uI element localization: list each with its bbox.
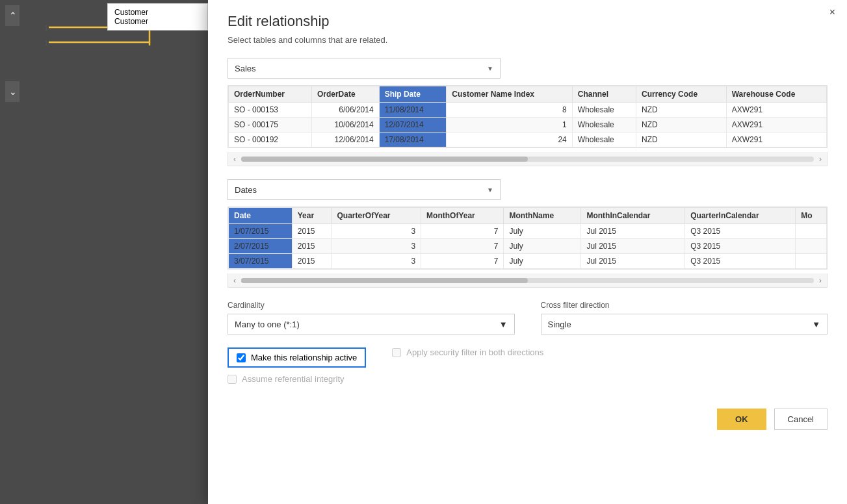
col-ship-date[interactable]: Ship Date <box>379 86 447 103</box>
modal-title: Edit relationship <box>228 13 827 30</box>
cell-warehouse: AXW291 <box>726 118 826 132</box>
cross-filter-dropdown[interactable]: Single ▼ <box>541 314 828 334</box>
make-active-checkbox[interactable] <box>237 353 246 362</box>
table-row: 3/07/2015 2015 3 7 July Jul 2015 Q3 2015 <box>229 254 827 269</box>
cell-year: 2015 <box>292 224 332 239</box>
cell-currency: NZD <box>636 118 727 132</box>
scroll-thumb <box>241 157 528 162</box>
col-quarter-of-year[interactable]: QuarterOfYear <box>332 208 421 224</box>
cell-mo <box>796 239 827 254</box>
make-active-checkbox-wrapper[interactable]: Make this relationship active <box>228 347 366 368</box>
table1-scrollbar[interactable]: ‹ › <box>228 152 827 166</box>
table2-dropdown-container: Dates ▼ <box>228 179 827 200</box>
cardinality-label: Cardinality <box>228 301 515 310</box>
scroll-track[interactable] <box>241 157 814 162</box>
scroll-right-arrow[interactable]: › <box>816 155 824 164</box>
cell-mo <box>796 224 827 239</box>
cell-month-name: July <box>504 239 581 254</box>
nav-up-button[interactable]: ⌃ <box>5 5 20 26</box>
table2-dropdown[interactable]: Dates ▼ <box>228 179 501 200</box>
security-filter-row: Apply security filter in both directions <box>392 347 543 357</box>
table2: Date Year QuarterOfYear MonthOfYear Mont… <box>228 207 827 269</box>
table1-dropdown-value: Sales <box>235 64 256 73</box>
bg-card-line2: Customer <box>114 17 201 26</box>
close-button[interactable]: × <box>829 6 835 18</box>
table1-dropdown[interactable]: Sales ▼ <box>228 58 501 79</box>
col-order-date[interactable]: OrderDate <box>311 86 379 103</box>
scroll-track-2[interactable] <box>241 278 814 283</box>
modal-footer: OK Cancel <box>228 409 827 430</box>
cancel-button[interactable]: Cancel <box>774 409 827 430</box>
cell-mo <box>796 254 827 269</box>
modal-subtitle: Select tables and columns that are relat… <box>228 35 827 45</box>
cardinality-group: Cardinality Many to one (*:1) ▼ <box>228 301 515 334</box>
cell-moy: 7 <box>421 254 504 269</box>
cell-month-name: July <box>504 224 581 239</box>
cell-qoy: 3 <box>332 239 421 254</box>
col-month-in-calendar[interactable]: MonthInCalendar <box>581 208 685 224</box>
scroll-right-arrow-2[interactable]: › <box>816 276 824 285</box>
scroll-left-arrow-2[interactable]: ‹ <box>231 276 239 285</box>
table1-dropdown-arrow: ▼ <box>487 65 493 72</box>
scroll-left-arrow[interactable]: ‹ <box>231 155 239 164</box>
cell-month-name: July <box>504 254 581 269</box>
cell-year: 2015 <box>292 254 332 269</box>
cell-cni: 8 <box>447 103 572 118</box>
col-customer-name-index[interactable]: Customer Name Index <box>447 86 572 103</box>
table2-scrollbar[interactable]: ‹ › <box>228 273 827 288</box>
cardinality-dropdown[interactable]: Many to one (*:1) ▼ <box>228 314 515 334</box>
cross-filter-group: Cross filter direction Single ▼ <box>541 301 828 334</box>
cell-moy: 7 <box>421 239 504 254</box>
table1-dropdown-container: Sales ▼ <box>228 58 827 79</box>
cell-warehouse: AXW291 <box>726 132 826 147</box>
cell-qoy: 3 <box>332 224 421 239</box>
cell-ship-date: 17/08/2014 <box>379 132 447 147</box>
ok-button[interactable]: OK <box>717 409 766 430</box>
cell-order-number: SO - 000175 <box>229 118 312 132</box>
cell-mic: Jul 2015 <box>581 224 685 239</box>
make-active-label: Make this relationship active <box>251 353 357 362</box>
cell-cni: 1 <box>447 118 572 132</box>
col-mo[interactable]: Mo <box>796 208 827 224</box>
col-month-name[interactable]: MonthName <box>504 208 581 224</box>
cell-currency: NZD <box>636 132 727 147</box>
table2-wrapper: Date Year QuarterOfYear MonthOfYear Mont… <box>228 207 827 270</box>
col-month-of-year[interactable]: MonthOfYear <box>421 208 504 224</box>
cell-date: 3/07/2015 <box>229 254 293 269</box>
cell-mic: Jul 2015 <box>581 254 685 269</box>
referential-integrity-checkbox[interactable] <box>228 375 237 384</box>
cell-ship-date: 11/08/2014 <box>379 103 447 118</box>
table1: OrderNumber OrderDate Ship Date Customer… <box>228 86 827 147</box>
table-row: SO - 000175 10/06/2014 12/07/2014 1 Whol… <box>229 118 827 132</box>
col-warehouse-code[interactable]: Warehouse Code <box>726 86 826 103</box>
bg-card-line1: Customer <box>114 8 201 17</box>
cardinality-value: Many to one (*:1) <box>235 320 300 329</box>
cell-channel: Wholesale <box>572 103 636 118</box>
cell-order-date: 12/06/2014 <box>311 132 379 147</box>
cell-date: 1/07/2015 <box>229 224 293 239</box>
cross-filter-value: Single <box>548 320 571 329</box>
table2-dropdown-arrow: ▼ <box>487 186 493 194</box>
cell-qic: Q3 2015 <box>685 239 796 254</box>
cell-cni: 24 <box>447 132 572 147</box>
cell-qic: Q3 2015 <box>685 254 796 269</box>
col-year[interactable]: Year <box>292 208 332 224</box>
left-checkboxes: Make this relationship active Assume ref… <box>228 347 366 389</box>
checkboxes-section: Make this relationship active Assume ref… <box>228 347 827 389</box>
canvas-background: ⌃ ⌄ 1 1 Customer Customer <box>0 0 208 504</box>
cell-year: 2015 <box>292 239 332 254</box>
col-currency-code[interactable]: Currency Code <box>636 86 727 103</box>
nav-down-button[interactable]: ⌄ <box>5 81 20 102</box>
col-channel[interactable]: Channel <box>572 86 636 103</box>
edit-relationship-modal: × Edit relationship Select tables and co… <box>208 0 847 504</box>
col-order-number[interactable]: OrderNumber <box>229 86 312 103</box>
col-quarter-in-calendar[interactable]: QuarterInCalendar <box>685 208 796 224</box>
cell-currency: NZD <box>636 103 727 118</box>
table-row: 2/07/2015 2015 3 7 July Jul 2015 Q3 2015 <box>229 239 827 254</box>
cell-order-date: 10/06/2014 <box>311 118 379 132</box>
table1-wrapper: OrderNumber OrderDate Ship Date Customer… <box>228 85 827 148</box>
col-date[interactable]: Date <box>229 208 293 224</box>
cell-order-number: SO - 000192 <box>229 132 312 147</box>
cell-warehouse: AXW291 <box>726 103 826 118</box>
security-filter-checkbox[interactable] <box>392 348 401 357</box>
